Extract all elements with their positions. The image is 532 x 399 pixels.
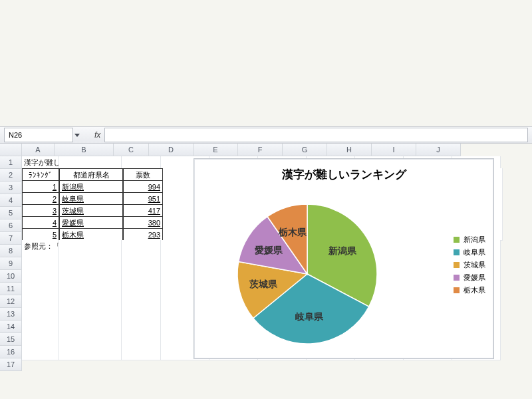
cell-C15[interactable] [122,324,161,336]
row-header[interactable]: 14 [0,321,22,333]
col-header-A[interactable]: A [22,144,55,156]
cell-C7[interactable]: 293 [123,228,163,241]
col-header-E[interactable]: E [194,144,238,156]
col-header-B[interactable]: B [55,144,114,156]
cell-A5[interactable]: 3 [22,204,59,217]
cell-A12[interactable] [22,288,59,301]
row-header[interactable]: 13 [0,308,22,321]
cell-C4[interactable]: 951 [123,192,163,205]
cell-C6[interactable]: 380 [123,216,163,229]
row-header[interactable]: 15 [0,333,22,346]
cell-C2[interactable]: 票数 [123,168,163,182]
cell-B10[interactable] [59,264,122,277]
chart-legend: 新潟県岐阜県茨城県愛媛県栃木県 [454,232,485,298]
cell-B11[interactable] [59,276,122,289]
cell-B14[interactable] [59,312,122,325]
pie-chart[interactable]: 漢字が難しいランキング 新潟県岐阜県茨城県愛媛県栃木県 新潟県岐阜県茨城県愛媛県… [194,158,494,359]
cell-C17[interactable] [122,348,161,360]
cell-B13[interactable] [59,300,122,313]
legend-swatch-icon [454,237,460,243]
cell-A1[interactable]: 漢字が難しいランキング [22,156,59,169]
select-all-corner[interactable] [0,144,22,156]
cell-B8[interactable] [59,240,122,253]
cell-A3[interactable]: 1 [22,180,59,194]
cell-B12[interactable] [59,288,122,301]
cell-A11[interactable] [22,276,59,289]
row-header[interactable]: 11 [0,283,22,295]
legend-item: 新潟県 [454,235,485,245]
cell-C8[interactable] [122,240,161,253]
pie-slice-label: 茨城県 [249,279,277,291]
row-header[interactable]: 5 [0,207,22,219]
row-header[interactable]: 3 [0,182,22,194]
cell-A7[interactable]: 5 [22,228,59,241]
cell-C5[interactable]: 417 [123,204,163,217]
col-header-F[interactable]: F [238,144,283,156]
cell-A14[interactable] [22,312,59,325]
legend-swatch-icon [454,262,460,268]
col-header-I[interactable]: I [372,144,416,156]
row-header[interactable]: 1 [0,156,22,169]
cell-B6[interactable]: 愛媛県 [59,216,123,229]
cell-B17[interactable] [59,348,122,360]
name-box[interactable]: N26 [4,128,73,142]
legend-item: 岐阜県 [454,247,485,257]
cell-A16[interactable] [22,336,59,348]
name-box-dropdown-icon[interactable] [74,134,80,137]
formula-bar: N26 fx [0,126,532,144]
cell-B4[interactable]: 岐阜県 [59,192,123,205]
cell-C14[interactable] [122,312,161,325]
row-header[interactable]: 10 [0,270,22,283]
cell-B5[interactable]: 茨城県 [59,204,123,217]
legend-item: 愛媛県 [454,273,485,283]
cell-A8[interactable]: 参照元：「gooランキング」 [22,240,59,253]
chart-plot-area: 新潟県岐阜県茨城県愛媛県栃木県 [217,191,397,350]
cell-C1[interactable] [122,156,161,169]
cell-A13[interactable] [22,300,59,313]
fx-icon[interactable]: fx [94,130,100,140]
row-header[interactable]: 17 [0,358,22,371]
legend-label: 栃木県 [464,285,485,295]
cell-B7[interactable]: 栃木県 [59,228,123,241]
cell-B15[interactable] [59,324,122,336]
legend-label: 新潟県 [464,235,485,245]
cell-B1[interactable] [59,156,122,169]
cell-C10[interactable] [122,264,161,277]
cell-A17[interactable] [22,348,59,360]
cell-A15[interactable] [22,324,59,336]
cell-A4[interactable]: 2 [22,192,59,205]
row-header[interactable]: 9 [0,257,22,270]
cell-B3[interactable]: 新潟県 [59,180,123,194]
row-header[interactable]: 6 [0,219,22,232]
row-header[interactable]: 4 [0,194,22,207]
cell-B16[interactable] [59,336,122,348]
cell-C12[interactable] [122,288,161,301]
row-header[interactable]: 2 [0,169,22,182]
cell-C9[interactable] [122,252,161,265]
cell-C3[interactable]: 994 [123,180,163,194]
cell-B9[interactable] [59,252,122,265]
row-header[interactable]: 16 [0,346,22,358]
legend-swatch-icon [454,249,460,255]
col-header-D[interactable]: D [149,144,194,156]
col-header-G[interactable]: G [283,144,327,156]
cell-B2[interactable]: 都道府県名 [59,168,123,182]
col-header-H[interactable]: H [327,144,372,156]
cell-C16[interactable] [122,336,161,348]
col-header-J[interactable]: J [416,144,461,156]
row-header[interactable]: 12 [0,295,22,308]
cell-A6[interactable]: 4 [22,216,59,229]
pie-slice-label: 岐阜県 [295,311,323,323]
pie-slice-label: 栃木県 [279,227,307,239]
row-header[interactable]: 7 [0,232,22,245]
cell-C13[interactable] [122,300,161,313]
legend-item: 茨城県 [454,260,485,270]
cell-A10[interactable] [22,264,59,277]
col-header-C[interactable]: C [114,144,149,156]
cell-A9[interactable] [22,252,59,265]
cell-C11[interactable] [122,276,161,289]
formula-input[interactable] [104,128,528,142]
row-header[interactable]: 8 [0,245,22,257]
legend-swatch-icon [454,287,460,293]
cell-A2[interactable]: ﾗﾝｷﾝｸﾞ [22,168,59,182]
